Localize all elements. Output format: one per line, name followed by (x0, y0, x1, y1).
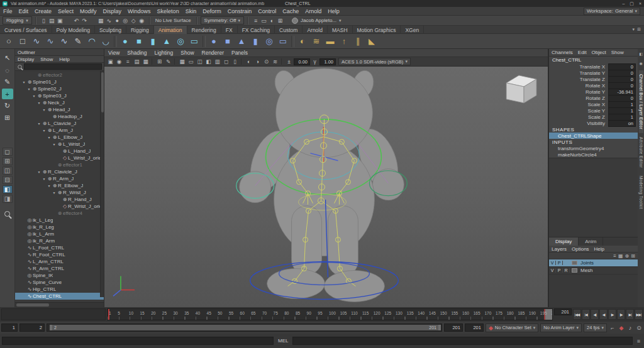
shelf-button[interactable]: ◎ (262, 35, 276, 48)
shelf-tab[interactable]: MASH (328, 26, 353, 34)
shelf-tab[interactable]: FX (221, 26, 238, 34)
outliner-item[interactable]: ∿ R_Foot_CTRL (15, 251, 104, 258)
playback-button[interactable]: |◀ (582, 309, 590, 320)
status-icon[interactable]: ▣ (56, 16, 64, 24)
outliner-item[interactable]: ◎ ik_R_Arm (15, 237, 104, 244)
outliner-item[interactable]: ⊕ L_Arm_J (15, 127, 104, 134)
expand-arrow-icon[interactable] (26, 87, 31, 91)
tool-button[interactable]: ↻ (2, 101, 13, 111)
layer-editor-tab[interactable]: Anim (579, 237, 603, 246)
layer-toolbar-icon[interactable]: ≡ (613, 253, 616, 259)
shelf-tab[interactable]: XGen (401, 26, 424, 34)
expand-arrow-icon[interactable] (42, 128, 47, 133)
status-icon[interactable]: ▤ (48, 16, 56, 24)
current-frame-field[interactable]: 201 (554, 308, 572, 315)
viewport-toolbar-icon[interactable]: ≋ (271, 58, 279, 65)
outliner-item[interactable]: ⊕ L_Elbow_J (15, 134, 104, 141)
anim-layer-selector[interactable]: No Anim Layer ▾ (540, 324, 582, 332)
symmetry-selector[interactable]: Symmetry: Off ▾ (201, 16, 244, 24)
playback-button[interactable]: ▶▶| (635, 309, 643, 320)
shelf-button[interactable]: ◠ (85, 35, 99, 48)
expand-arrow-icon[interactable] (36, 121, 42, 126)
menu-item[interactable]: Shading (123, 50, 150, 56)
sidebar-pin-icon[interactable]: ◧ (639, 52, 643, 56)
menu-item[interactable]: Display (100, 8, 125, 14)
viewport-toolbar-icon[interactable]: ▦ (178, 58, 186, 65)
shelf-tab[interactable]: Motion Graphics (353, 26, 401, 34)
menu-item[interactable]: Show (609, 50, 626, 55)
shelf-button[interactable]: ▮ (146, 35, 160, 48)
shelf-button[interactable]: ↑ (337, 35, 351, 48)
shelf-tab[interactable]: Curves / Surfaces (0, 26, 52, 34)
status-icon[interactable]: ◉ (138, 16, 146, 24)
status-icon[interactable]: ∿ (105, 16, 113, 24)
layer-editor-tab[interactable]: Display (549, 237, 579, 246)
menu-item[interactable]: Object (589, 50, 609, 55)
menu-item[interactable]: Skeleton (154, 8, 182, 14)
layer-visibility-toggle[interactable]: V (549, 268, 556, 273)
shelf-tab[interactable]: Custom (275, 26, 303, 34)
menu-set-selector[interactable]: Rigging ▾ (3, 16, 32, 24)
shelf-button[interactable]: ▲ (235, 35, 248, 48)
layer-row[interactable]: V P Joints (549, 259, 638, 267)
layout-shortcut-button[interactable]: ◻ (3, 148, 13, 156)
menu-item[interactable]: Layers (549, 246, 569, 252)
expand-arrow-icon[interactable] (42, 177, 47, 181)
status-icon[interactable]: ● (113, 16, 121, 24)
layout-shortcut-button[interactable]: ⊞ (3, 157, 13, 165)
script-editor-icon[interactable]: ≡ (635, 338, 642, 344)
playback-button[interactable]: ▶ (608, 309, 616, 320)
command-language-button[interactable]: MEL (276, 338, 290, 344)
layer-row[interactable]: V P R Mesh (549, 267, 638, 275)
menu-item[interactable]: Arnold (302, 8, 325, 14)
outliner-item[interactable]: ⊕ Headtop_J (15, 113, 104, 120)
playback-button[interactable]: ◀ (599, 309, 608, 320)
scrollbar-thumb[interactable] (101, 72, 104, 112)
shelf-tab[interactable]: Poly Modeling (52, 26, 95, 34)
expand-arrow-icon[interactable] (36, 101, 42, 105)
shelf-tools-icon[interactable]: ⊞ (637, 27, 641, 32)
viewport-toolbar-icon[interactable] (241, 58, 243, 65)
status-icon[interactable]: ↶ (72, 16, 80, 24)
layer-playback-toggle[interactable]: P (556, 261, 563, 265)
input-node-row[interactable]: makeNurbCircle4 (549, 151, 638, 158)
range-row-icon[interactable]: ♪ (626, 325, 634, 331)
status-icon[interactable]: ◐ (268, 16, 276, 24)
layout-shortcut-button[interactable]: ◨ (3, 195, 13, 203)
shelf-button[interactable]: ◡ (99, 35, 113, 48)
status-icon[interactable]: ≡ (252, 16, 260, 24)
menu-item[interactable]: Show (38, 57, 55, 62)
menu-item[interactable]: Options (569, 246, 592, 252)
menu-item[interactable]: Cache (279, 8, 302, 14)
outliner-item[interactable]: ∿ R_Arm_CTRL (15, 265, 104, 272)
range-slider-bar[interactable]: 2 201 (50, 325, 441, 330)
layer-display-mode-toggle[interactable]: R (563, 268, 570, 273)
layer-color-swatch[interactable] (572, 268, 577, 273)
playback-button[interactable]: ▶| (626, 309, 634, 320)
shelf-button[interactable]: ▬ (323, 35, 337, 48)
shelf-tab[interactable]: Arnold (303, 26, 328, 34)
window-control-button[interactable]: ▢ (630, 1, 634, 6)
outliner-item[interactable]: ⊕ R_Arm_J (15, 175, 104, 182)
menu-item[interactable]: Renderer (198, 50, 228, 56)
viewport-toolbar-icon[interactable]: ≡ (124, 58, 132, 65)
expand-arrow-icon[interactable] (31, 94, 36, 98)
status-icon[interactable]: ↷ (80, 16, 89, 24)
layer-toolbar-icon[interactable]: ⊕ (625, 253, 630, 259)
window-control-button[interactable]: × (639, 1, 641, 6)
layout-shortcut-button[interactable]: ◧ (3, 185, 13, 193)
menu-item[interactable]: Create (31, 8, 55, 14)
shelf-button[interactable]: ▭ (187, 35, 201, 48)
character-set-selector[interactable]: ◆ No Character Set ▾ (486, 324, 538, 332)
menu-item[interactable]: Constrain (225, 8, 255, 14)
layer-color-swatch[interactable] (572, 261, 577, 265)
status-icon[interactable]: ◇ (130, 16, 138, 24)
viewport-toolbar-icon[interactable]: ✎ (164, 58, 172, 65)
shelf-button[interactable]: ■ (221, 35, 235, 48)
outliner-item[interactable]: ⊕ Head_J (15, 106, 104, 113)
menu-item[interactable]: Modify (77, 8, 100, 14)
viewport-toolbar-icon[interactable]: ▦ (142, 58, 150, 65)
layer-playback-toggle[interactable]: P (556, 268, 563, 273)
layout-shortcut-button[interactable]: ◫ (3, 166, 13, 175)
menu-item[interactable]: Deform (199, 8, 225, 14)
